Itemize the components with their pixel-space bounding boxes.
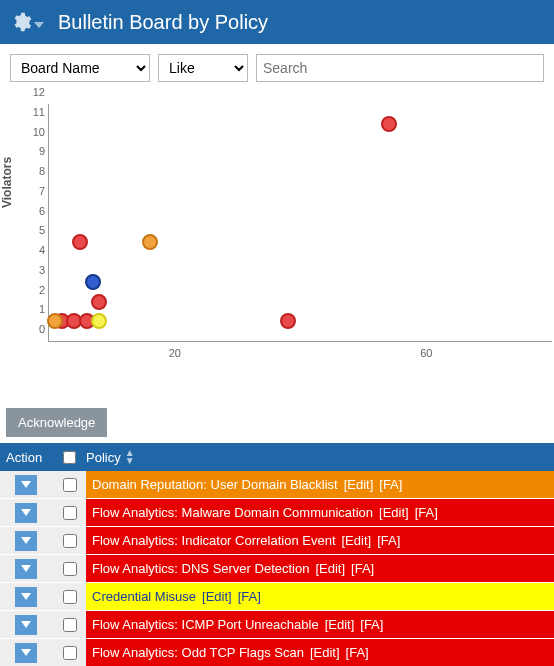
fa-link[interactable]: [FA] <box>377 533 400 548</box>
policy-name[interactable]: Credential Misuse <box>92 589 196 604</box>
row-checkbox[interactable] <box>63 506 77 520</box>
row-action-menu-button[interactable] <box>15 615 37 635</box>
scatter-chart: Violators 01234567891011122060 <box>0 98 554 368</box>
fa-link[interactable]: [FA] <box>379 477 402 492</box>
filter-field-select[interactable]: Board Name <box>10 54 150 82</box>
chart-point[interactable] <box>381 116 397 132</box>
row-checkbox[interactable] <box>63 590 77 604</box>
row-check-cell <box>52 499 86 526</box>
chevron-down-icon <box>21 481 31 488</box>
select-all-checkbox[interactable] <box>63 451 76 464</box>
row-check-cell <box>52 583 86 610</box>
edit-link[interactable]: [Edit] <box>310 645 340 660</box>
row-action-menu-button[interactable] <box>15 503 37 523</box>
policy-name[interactable]: Flow Analytics: ICMP Port Unreachable <box>92 617 319 632</box>
edit-link[interactable]: [Edit] <box>344 477 374 492</box>
edit-link[interactable]: [Edit] <box>342 533 372 548</box>
table-row: Flow Analytics: Malware Domain Communica… <box>0 499 554 527</box>
chart-ytick: 4 <box>21 244 45 256</box>
row-policy-cell: Flow Analytics: Odd TCP Flags Scan[Edit]… <box>86 639 554 666</box>
row-check-cell <box>52 527 86 554</box>
chart-ytick: 6 <box>21 205 45 217</box>
chart-ytick: 0 <box>21 323 45 335</box>
fa-link[interactable]: [FA] <box>238 589 261 604</box>
row-policy-cell: Flow Analytics: Malware Domain Communica… <box>86 499 554 526</box>
policy-name[interactable]: Flow Analytics: Indicator Correlation Ev… <box>92 533 336 548</box>
policy-name[interactable]: Domain Reputation: User Domain Blacklist <box>92 477 338 492</box>
table-row: Flow Analytics: DNS Server Detection[Edi… <box>0 555 554 583</box>
col-header-action[interactable]: Action <box>0 450 52 465</box>
row-action-menu-button[interactable] <box>15 531 37 551</box>
table-row: Credential Misuse[Edit][FA] <box>0 583 554 611</box>
chart-point[interactable] <box>91 313 107 329</box>
edit-link[interactable]: [Edit] <box>379 505 409 520</box>
row-checkbox[interactable] <box>63 562 77 576</box>
chart-ytick: 10 <box>21 126 45 138</box>
edit-link[interactable]: [Edit] <box>325 617 355 632</box>
panel-menu-button[interactable] <box>10 11 44 33</box>
chart-ylabel: Violators <box>0 157 14 208</box>
row-action-cell <box>0 611 52 638</box>
chevron-down-icon <box>21 593 31 600</box>
chart-point[interactable] <box>47 313 63 329</box>
chart-plot-area[interactable]: 01234567891011122060 <box>48 104 552 342</box>
chart-ytick: 5 <box>21 224 45 236</box>
sort-icon: ▲▼ <box>125 449 135 465</box>
row-check-cell <box>52 471 86 498</box>
fa-link[interactable]: [FA] <box>346 645 369 660</box>
filter-operator-select[interactable]: Like <box>158 54 248 82</box>
policy-name[interactable]: Flow Analytics: Malware Domain Communica… <box>92 505 373 520</box>
search-input[interactable] <box>256 54 544 82</box>
policy-name[interactable]: Flow Analytics: Odd TCP Flags Scan <box>92 645 304 660</box>
row-action-cell <box>0 527 52 554</box>
filter-bar: Board Name Like <box>0 44 554 88</box>
row-policy-cell: Credential Misuse[Edit][FA] <box>86 583 554 610</box>
chart-ytick: 1 <box>21 303 45 315</box>
row-policy-cell: Flow Analytics: ICMP Port Unreachable[Ed… <box>86 611 554 638</box>
edit-link[interactable]: [Edit] <box>315 561 345 576</box>
edit-link[interactable]: [Edit] <box>202 589 232 604</box>
panel-header: Bulletin Board by Policy <box>0 0 554 44</box>
policy-name[interactable]: Flow Analytics: DNS Server Detection <box>92 561 309 576</box>
row-policy-cell: Flow Analytics: DNS Server Detection[Edi… <box>86 555 554 582</box>
row-checkbox[interactable] <box>63 534 77 548</box>
chart-point[interactable] <box>280 313 296 329</box>
row-action-menu-button[interactable] <box>15 475 37 495</box>
chart-xtick: 20 <box>169 347 181 359</box>
row-checkbox[interactable] <box>63 478 77 492</box>
row-check-cell <box>52 639 86 666</box>
table-row: Domain Reputation: User Domain Blacklist… <box>0 471 554 499</box>
acknowledge-button[interactable]: Acknowledge <box>6 408 107 437</box>
fa-link[interactable]: [FA] <box>360 617 383 632</box>
row-action-cell <box>0 499 52 526</box>
row-action-cell <box>0 555 52 582</box>
table-row: Flow Analytics: Odd TCP Flags Scan[Edit]… <box>0 639 554 666</box>
row-check-cell <box>52 611 86 638</box>
chart-ytick: 11 <box>21 106 45 118</box>
row-action-menu-button[interactable] <box>15 587 37 607</box>
table-body: Domain Reputation: User Domain Blacklist… <box>0 471 554 666</box>
chart-xtick: 60 <box>420 347 432 359</box>
chart-point[interactable] <box>142 234 158 250</box>
chevron-down-icon <box>21 509 31 516</box>
row-policy-cell: Domain Reputation: User Domain Blacklist… <box>86 471 554 498</box>
row-action-menu-button[interactable] <box>15 643 37 663</box>
table-row: Flow Analytics: ICMP Port Unreachable[Ed… <box>0 611 554 639</box>
row-action-cell <box>0 471 52 498</box>
row-check-cell <box>52 555 86 582</box>
chart-point[interactable] <box>72 234 88 250</box>
chart-point[interactable] <box>85 274 101 290</box>
chart-ytick: 9 <box>21 145 45 157</box>
row-action-menu-button[interactable] <box>15 559 37 579</box>
row-checkbox[interactable] <box>63 618 77 632</box>
chart-ytick: 7 <box>21 185 45 197</box>
gear-icon <box>10 11 32 33</box>
chart-point[interactable] <box>91 294 107 310</box>
col-header-check <box>52 448 86 467</box>
col-header-policy[interactable]: Policy ▲▼ <box>86 449 554 465</box>
table-row: Flow Analytics: Indicator Correlation Ev… <box>0 527 554 555</box>
fa-link[interactable]: [FA] <box>351 561 374 576</box>
fa-link[interactable]: [FA] <box>415 505 438 520</box>
table-header: Action Policy ▲▼ <box>0 443 554 471</box>
row-checkbox[interactable] <box>63 646 77 660</box>
